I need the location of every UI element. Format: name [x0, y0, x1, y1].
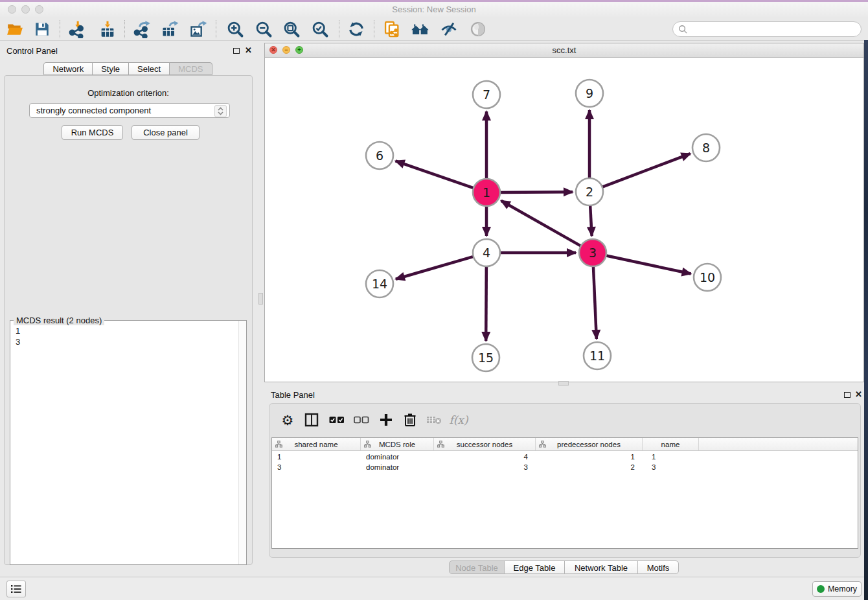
- table-options-icon[interactable]: ⚙: [277, 410, 298, 430]
- show-column-icon[interactable]: [301, 410, 322, 430]
- graph-node-15[interactable]: 15: [472, 344, 499, 371]
- show-all-icon[interactable]: [468, 20, 488, 38]
- close-panel-button[interactable]: Close panel: [131, 125, 200, 140]
- create-column-icon[interactable]: [376, 410, 396, 430]
- clone-network-icon[interactable]: [382, 20, 402, 38]
- graph-node-3[interactable]: 3: [579, 239, 606, 266]
- cell-name[interactable]: 3: [643, 463, 699, 474]
- cell-predecessor-nodes[interactable]: 2: [536, 463, 643, 474]
- node-label: 15: [478, 351, 494, 365]
- zoom-in-icon[interactable]: [225, 20, 245, 38]
- mcds-result-text[interactable]: 1 3: [10, 323, 238, 564]
- window-accent-strip: [0, 0, 868, 2]
- tab-node-table[interactable]: Node Table: [449, 560, 505, 574]
- zoom-out-icon[interactable]: [254, 20, 273, 38]
- memory-button[interactable]: Memory: [812, 581, 862, 597]
- horizontal-splitter-handle[interactable]: [558, 381, 569, 386]
- toolbar-separator: [216, 20, 216, 38]
- edge-3-10[interactable]: [605, 255, 691, 274]
- import-network-icon[interactable]: [67, 20, 87, 38]
- refresh-icon[interactable]: [347, 20, 366, 38]
- graph-node-7[interactable]: 7: [473, 81, 500, 108]
- graph-node-4[interactable]: 4: [473, 239, 500, 266]
- table-row[interactable]: 3 dominator 3 2 3: [272, 463, 858, 474]
- column-header-name[interactable]: name: [643, 438, 699, 450]
- save-session-icon[interactable]: [32, 20, 52, 38]
- first-neighbors-icon[interactable]: [411, 20, 430, 38]
- control-panel-title: Control Panel: [6, 46, 58, 56]
- delete-columns-icon[interactable]: [400, 410, 420, 430]
- graph-node-10[interactable]: 10: [694, 264, 721, 291]
- memory-status-icon: [817, 585, 825, 593]
- fit-content-icon[interactable]: [282, 20, 301, 38]
- result-scrollbar[interactable]: [238, 321, 246, 564]
- column-header-mcds-role[interactable]: MCDS role: [361, 438, 434, 450]
- tab-select[interactable]: Select: [128, 62, 170, 75]
- network-canvas[interactable]: 1234678910111415: [265, 57, 863, 382]
- cell-successor-nodes[interactable]: 3: [434, 463, 536, 474]
- edge-4-15[interactable]: [486, 265, 486, 341]
- column-header-predecessor-nodes[interactable]: predecessor nodes: [536, 438, 643, 450]
- criterion-dropdown[interactable]: strongly connected component: [29, 103, 230, 118]
- cell-name[interactable]: 1: [643, 453, 699, 463]
- cell-shared-name[interactable]: 1: [272, 453, 361, 463]
- close-panel-icon[interactable]: ✕: [245, 45, 252, 55]
- table-row[interactable]: 1 dominator 4 1 1: [272, 453, 858, 463]
- float-panel-icon[interactable]: [844, 392, 851, 398]
- import-table-icon[interactable]: [98, 20, 117, 38]
- cell-predecessor-nodes[interactable]: 1: [536, 453, 643, 463]
- node-label: 9: [586, 86, 593, 100]
- tab-edge-table[interactable]: Edge Table: [504, 560, 565, 574]
- column-header-shared-name[interactable]: shared name: [272, 438, 361, 450]
- search-input[interactable]: [688, 24, 861, 35]
- tab-motifs[interactable]: Motifs: [637, 560, 679, 574]
- edge-3-1[interactable]: [501, 201, 582, 247]
- export-image-icon[interactable]: [188, 20, 208, 38]
- graph-node-11[interactable]: 11: [584, 342, 611, 369]
- node-label: 4: [483, 246, 490, 260]
- edge-1-2[interactable]: [499, 192, 573, 192]
- export-table-icon[interactable]: [160, 20, 179, 38]
- column-header-successor-nodes[interactable]: successor nodes: [434, 438, 536, 450]
- run-mcds-button[interactable]: Run MCDS: [62, 125, 123, 140]
- graph-node-8[interactable]: 8: [692, 134, 720, 161]
- column-label: predecessor nodes: [557, 441, 621, 448]
- hide-selected-icon[interactable]: [439, 20, 459, 38]
- node-label: 11: [589, 349, 605, 363]
- graph-node-14[interactable]: 14: [366, 270, 393, 297]
- zoom-selected-icon[interactable]: [310, 20, 330, 38]
- cell-mcds-role[interactable]: dominator: [361, 463, 434, 474]
- cell-successor-nodes[interactable]: 4: [434, 453, 536, 463]
- export-network-icon[interactable]: [132, 20, 152, 38]
- vertical-splitter-handle[interactable]: [258, 293, 263, 305]
- deselect-all-icon[interactable]: [351, 410, 372, 430]
- tab-style[interactable]: Style: [92, 62, 129, 75]
- edge-2-3[interactable]: [590, 204, 592, 236]
- select-all-icon[interactable]: [326, 410, 347, 430]
- close-panel-icon[interactable]: ✕: [855, 389, 862, 399]
- column-label: MCDS role: [379, 441, 415, 448]
- graph-node-2[interactable]: 2: [576, 178, 603, 205]
- control-panel: Control Panel ✕ Network Style Select MCD…: [0, 43, 257, 569]
- node-label: 3: [589, 246, 597, 260]
- graph-node-6[interactable]: 6: [366, 142, 393, 169]
- graph-node-9[interactable]: 9: [576, 80, 603, 107]
- tab-mcds[interactable]: MCDS: [169, 62, 212, 75]
- control-panel-tabs: Network Style Select MCDS: [0, 62, 257, 75]
- table-panel-body: ⚙ f(x): [269, 403, 861, 558]
- tab-network[interactable]: Network: [43, 62, 93, 75]
- search-icon: [678, 25, 688, 34]
- task-history-button[interactable]: [6, 581, 26, 597]
- edge-2-8[interactable]: [601, 154, 691, 187]
- float-panel-icon[interactable]: [233, 48, 240, 54]
- cell-mcds-role[interactable]: dominator: [361, 453, 434, 463]
- open-session-icon[interactable]: [5, 20, 25, 38]
- edge-1-6[interactable]: [396, 161, 475, 188]
- cell-shared-name[interactable]: 3: [272, 463, 361, 474]
- edge-4-14[interactable]: [396, 256, 475, 279]
- network-window-titlebar[interactable]: ✕ − + scc.txt: [265, 43, 863, 58]
- tab-network-table[interactable]: Network Table: [564, 560, 638, 574]
- search-field[interactable]: [672, 21, 862, 37]
- edge-3-11[interactable]: [593, 265, 597, 339]
- graph-node-1[interactable]: 1: [473, 179, 500, 206]
